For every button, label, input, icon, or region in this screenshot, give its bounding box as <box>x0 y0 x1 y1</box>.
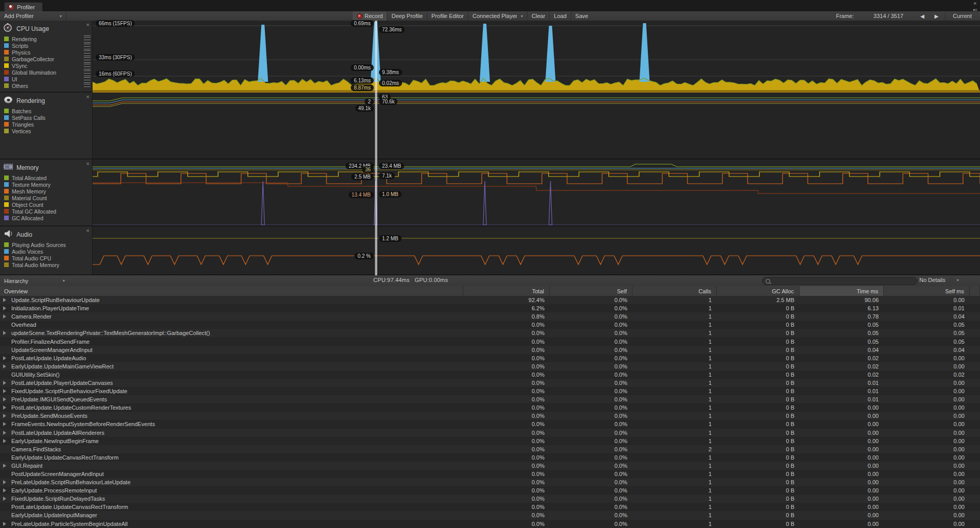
column-header-total[interactable]: Total <box>463 286 550 296</box>
legend-drag-handle[interactable] <box>84 36 90 40</box>
table-row[interactable]: PostLateUpdate.PlayerUpdateCanvases0.0%0… <box>0 379 980 387</box>
table-row[interactable]: Overhead0.0%0.0%10 B0.050.05 <box>0 321 980 329</box>
row-foldout-icon[interactable] <box>3 389 6 393</box>
legend-item-object-count[interactable]: Object Count <box>0 201 92 208</box>
table-row[interactable]: Update.ScriptRunBehaviourUpdate92.4%0.0%… <box>0 296 980 304</box>
row-foldout-icon[interactable] <box>3 414 6 418</box>
module-close-icon[interactable]: × <box>86 94 89 99</box>
legend-item-setpass-calls[interactable]: SetPass Calls <box>0 114 92 121</box>
table-row[interactable]: EarlyUpdate.UpdateMainGameViewRect0.0%0.… <box>0 362 980 371</box>
legend-item-total-gc-allocated[interactable]: Total GC Allocated <box>0 208 92 215</box>
search-input[interactable] <box>762 277 917 285</box>
row-foldout-icon[interactable] <box>3 356 6 360</box>
load-button[interactable]: Load <box>550 11 570 21</box>
legend-drag-handle[interactable] <box>84 82 90 87</box>
legend-drag-handle[interactable] <box>84 49 90 54</box>
table-row[interactable]: Profiler.FinalizeAndSendFrame0.0%0.0%10 … <box>0 337 980 345</box>
legend-drag-handle[interactable] <box>84 76 90 80</box>
legend-item-rendering[interactable]: Rendering <box>0 36 92 42</box>
table-row[interactable]: PostUpdateScreenManagerAndInput0.0%0.0%1… <box>0 470 980 478</box>
row-foldout-icon[interactable] <box>3 439 6 443</box>
row-foldout-icon[interactable] <box>3 314 6 319</box>
clear-button[interactable]: Clear <box>528 11 549 21</box>
row-foldout-icon[interactable] <box>3 522 6 526</box>
row-foldout-icon[interactable] <box>3 381 6 385</box>
column-header-self[interactable]: Self <box>550 286 632 296</box>
column-header-gc-alloc[interactable]: GC Alloc <box>717 286 800 296</box>
table-row[interactable]: FrameEvents.NewInputSystemBeforeRenderSe… <box>0 420 980 428</box>
legend-item-vertices[interactable]: Vertices <box>0 128 92 134</box>
column-header-overview[interactable]: Overview <box>0 286 463 296</box>
module-close-icon[interactable]: × <box>86 22 89 27</box>
tab-profiler[interactable]: Profiler <box>4 2 43 12</box>
legend-drag-handle[interactable] <box>84 69 90 74</box>
legend-item-triangles[interactable]: Triangles <box>0 121 92 128</box>
table-row[interactable]: Initialization.PlayerUpdateTime6.2%0.0%1… <box>0 304 980 312</box>
table-row[interactable]: Camera.FindStacks0.0%0.0%20 B0.000.00 <box>0 445 980 453</box>
audio-chart[interactable]: 0.2 %1.2 MB <box>93 226 980 275</box>
current-frame-button[interactable]: Current <box>949 11 976 21</box>
row-foldout-icon[interactable] <box>3 298 6 302</box>
legend-item-total-audio-cpu[interactable]: Total Audio CPU <box>0 255 92 261</box>
table-row[interactable]: UpdateScreenManagerAndInput0.0%0.0%10 B0… <box>0 346 980 354</box>
add-profiler-dropdown[interactable]: Add Profiler ▾ <box>0 11 66 21</box>
selected-frame-line[interactable] <box>375 21 377 275</box>
table-row[interactable]: EarlyUpdate.ProcessRemoteInput0.0%0.0%10… <box>0 486 980 495</box>
table-row[interactable]: GUI.Repaint0.0%0.0%10 B0.000.00 <box>0 462 980 470</box>
column-header-self-ms[interactable]: Self ms <box>884 286 970 296</box>
legend-item-ui[interactable]: UI <box>0 76 92 82</box>
cpu-chart[interactable]: 66ms (15FPS)33ms (30FPS)16ms (60FPS)0.69… <box>93 21 980 93</box>
table-row[interactable]: EarlyUpdate.UpdateCanvasRectTransform0.0… <box>0 453 980 462</box>
row-foldout-icon[interactable] <box>3 422 6 426</box>
save-button[interactable]: Save <box>571 11 592 21</box>
row-foldout-icon[interactable] <box>3 488 6 492</box>
table-row[interactable]: PostLateUpdate.UpdateCustomRenderTexture… <box>0 403 980 412</box>
next-frame-button[interactable]: ▶ <box>931 13 942 19</box>
table-row[interactable]: PreUpdate.SendMouseEvents0.0%0.0%10 B0.0… <box>0 412 980 420</box>
table-row[interactable]: EarlyUpdate.UpdateInputManager0.0%0.0%10… <box>0 511 980 519</box>
row-foldout-icon[interactable] <box>3 331 6 335</box>
close-icon[interactable]: ✕ <box>973 1 978 6</box>
table-row[interactable]: PostLateUpdate.UpdateAudio0.0%0.0%10 B0.… <box>0 354 980 362</box>
row-foldout-icon[interactable] <box>3 397 6 401</box>
legend-item-audio-voices[interactable]: Audio Voices <box>0 248 92 255</box>
table-row[interactable]: PostLateUpdate.UpdateAllRenderers0.0%0.0… <box>0 429 980 437</box>
table-row[interactable]: Camera.Render0.8%0.0%10 B0.780.04 <box>0 312 980 321</box>
row-foldout-icon[interactable] <box>3 497 6 501</box>
connected-player-dropdown[interactable]: Connected Player ▾ <box>468 11 527 21</box>
legend-item-texture-memory[interactable]: Texture Memory <box>0 181 92 188</box>
legend-item-total-allocated[interactable]: Total Allocated <box>0 174 92 181</box>
table-row[interactable]: PostLateUpdate.UpdateCanvasRectTransform… <box>0 503 980 511</box>
module-close-icon[interactable]: × <box>86 228 89 233</box>
row-foldout-icon[interactable] <box>3 480 6 484</box>
rendering-chart[interactable]: 249.1k6370.6k <box>93 93 980 160</box>
table-row[interactable]: PreUpdate.IMGUISendQueuedEvents0.0%0.0%1… <box>0 395 980 403</box>
prev-frame-button[interactable]: ◀ <box>917 13 928 19</box>
legend-item-vsync[interactable]: VSync <box>0 62 92 69</box>
legend-item-gc-allocated[interactable]: GC Allocated <box>0 215 92 221</box>
table-row[interactable]: GUIUtility.SetSkin()0.0%0.0%10 B0.020.02 <box>0 371 980 379</box>
deep-profile-button[interactable]: Deep Profile <box>387 11 427 21</box>
legend-item-batches[interactable]: Batches <box>0 108 92 114</box>
row-foldout-icon[interactable] <box>3 431 6 435</box>
table-row[interactable]: EarlyUpdate.NewInputBeginFrame0.0%0.0%10… <box>0 437 980 445</box>
table-row[interactable]: FixedUpdate.ScriptRunBehaviourFixedUpdat… <box>0 387 980 395</box>
table-row[interactable]: PreLateUpdate.ParticleSystemBeginUpdateA… <box>0 520 980 528</box>
table-row[interactable]: updateScene.TextRenderingPrivate::TextMe… <box>0 329 980 337</box>
column-header-time-ms[interactable]: Time ms <box>800 286 884 296</box>
legend-item-total-audio-memory[interactable]: Total Audio Memory <box>0 261 92 268</box>
legend-item-mesh-memory[interactable]: Mesh Memory <box>0 188 92 195</box>
table-row[interactable]: FixedUpdate.ScriptRunDelayedTasks0.0%0.0… <box>0 495 980 503</box>
record-button[interactable]: Record <box>353 11 387 21</box>
row-foldout-icon[interactable] <box>3 364 6 368</box>
legend-drag-handle[interactable] <box>84 56 90 60</box>
legend-item-physics[interactable]: Physics <box>0 49 92 56</box>
table-row[interactable]: PreLateUpdate.ScriptRunBehaviourLateUpda… <box>0 478 980 486</box>
legend-item-global-illumination[interactable]: Global Illumination <box>0 69 92 76</box>
row-foldout-icon[interactable] <box>3 306 6 310</box>
row-foldout-icon[interactable] <box>3 464 6 468</box>
legend-item-scripts[interactable]: Scripts <box>0 42 92 49</box>
legend-drag-handle[interactable] <box>84 42 90 47</box>
row-foldout-icon[interactable] <box>3 406 6 410</box>
legend-item-garbagecollector[interactable]: GarbageCollector <box>0 56 92 62</box>
